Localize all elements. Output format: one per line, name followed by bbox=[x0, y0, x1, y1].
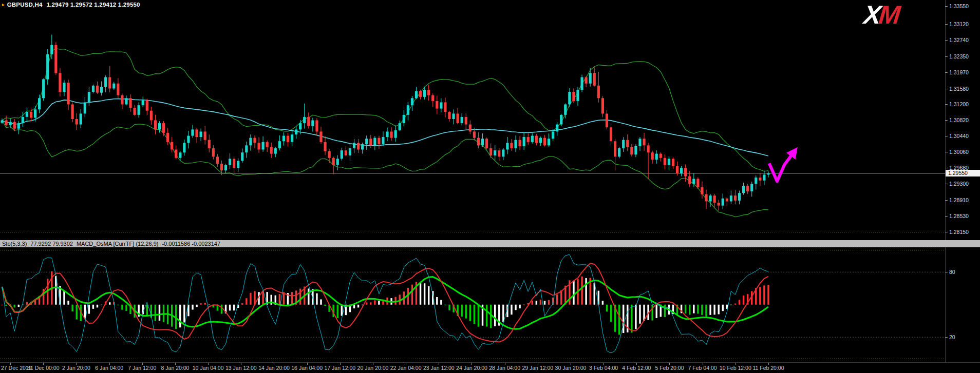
time-axis-label: 23 Jan 12:00 bbox=[423, 365, 455, 371]
time-axis-label: 30 Jan 20:00 bbox=[555, 365, 587, 371]
time-axis-tick bbox=[406, 363, 406, 365]
time-axis-label: 4 Feb 12:00 bbox=[622, 365, 651, 371]
time-axis-label: 10 Jan 04:00 bbox=[193, 365, 224, 371]
time-axis-tick bbox=[175, 363, 176, 365]
time-axis-label: 11 Feb 20:00 bbox=[752, 365, 784, 371]
time-axis[interactable]: 27 Dec 201931 Dec 00:002 Jan 20:006 Jan … bbox=[0, 362, 980, 373]
time-axis-tick bbox=[669, 363, 670, 365]
time-axis-tick bbox=[274, 363, 274, 365]
price-chart-pane[interactable]: ▸GBPUSD,H41.29479 1.29572 1.29412 1.2955… bbox=[0, 0, 980, 240]
time-axis-tick bbox=[439, 363, 439, 365]
time-axis-tick bbox=[505, 363, 505, 365]
time-axis-tick bbox=[571, 363, 571, 365]
time-axis-tick bbox=[340, 363, 341, 365]
time-axis-tick bbox=[142, 363, 143, 365]
time-axis-tick bbox=[636, 363, 637, 365]
ohlc-values: 1.29479 1.29572 1.29412 1.29550 bbox=[47, 2, 140, 8]
time-axis-tick bbox=[208, 363, 209, 365]
macd-values: -0.0011586 -0.0023147 bbox=[162, 241, 220, 247]
time-axis-tick bbox=[307, 363, 308, 365]
xm-logo: XM bbox=[862, 2, 899, 28]
time-axis-tick bbox=[472, 363, 472, 365]
time-axis-label: 29 Jan 12:00 bbox=[522, 365, 553, 371]
chart-ohlc-header: ▸GBPUSD,H41.29479 1.29572 1.29412 1.2955… bbox=[2, 2, 140, 8]
xm-logo-m: M bbox=[877, 1, 900, 29]
price-chart-canvas[interactable] bbox=[0, 0, 980, 240]
time-axis-tick bbox=[736, 363, 736, 365]
chart-marker-icon: ▸ bbox=[2, 2, 5, 7]
indicator-pane[interactable]: 8020 bbox=[0, 247, 980, 362]
trend-arrow-annotation[interactable] bbox=[769, 154, 793, 181]
time-axis-label: 7 Feb 04:00 bbox=[688, 365, 717, 371]
time-axis-label: 20 Jan 20:00 bbox=[357, 365, 389, 371]
time-axis-label: 13 Jan 12:00 bbox=[225, 365, 257, 371]
time-axis-tick bbox=[703, 363, 703, 365]
indicator-canvas[interactable] bbox=[0, 247, 980, 362]
time-axis-tick bbox=[768, 363, 769, 365]
time-axis-tick bbox=[10, 363, 11, 365]
time-axis-tick bbox=[43, 363, 44, 365]
trading-chart-window: ▸GBPUSD,H41.29479 1.29572 1.29412 1.2955… bbox=[0, 0, 980, 373]
time-axis-label: 28 Jan 04:00 bbox=[489, 365, 520, 371]
time-axis-tick bbox=[109, 363, 110, 365]
time-axis-label: 14 Jan 20:00 bbox=[258, 365, 290, 371]
time-axis-tick bbox=[241, 363, 241, 365]
time-axis-label: 3 Feb 04:00 bbox=[589, 365, 618, 371]
time-axis-label: 5 Feb 20:00 bbox=[655, 365, 684, 371]
time-axis-tick bbox=[538, 363, 538, 365]
current-price-label: 1.29550 bbox=[946, 170, 980, 176]
time-axis-tick bbox=[373, 363, 373, 365]
time-axis-label: 31 Dec 00:00 bbox=[27, 365, 59, 371]
macd-label: MACD_OsMA [CurrTF] (12,26,9) bbox=[77, 241, 159, 247]
time-axis-label: 22 Jan 04:00 bbox=[390, 365, 422, 371]
time-axis-label: 8 Jan 20:00 bbox=[161, 365, 190, 371]
time-axis-label: 10 Feb 12:00 bbox=[720, 365, 751, 371]
time-axis-label: 6 Jan 04:00 bbox=[95, 365, 123, 371]
time-axis-label: 2 Jan 20:00 bbox=[62, 365, 90, 371]
time-axis-tick bbox=[604, 363, 604, 365]
indicator-separator[interactable]: Sto(5,3,3)77.9292 79.9302MACD_OsMA [Curr… bbox=[0, 240, 980, 247]
time-axis-label: 17 Jan 12:00 bbox=[324, 365, 355, 371]
time-axis-label: 16 Jan 04:00 bbox=[291, 365, 323, 371]
time-axis-tick bbox=[76, 363, 77, 365]
time-axis-label: 24 Jan 20:00 bbox=[456, 365, 487, 371]
symbol-period-label: GBPUSD,H4 bbox=[7, 2, 43, 8]
stochastic-values: 77.9292 79.9302 bbox=[30, 241, 73, 247]
stochastic-label: Sto(5,3,3) bbox=[2, 241, 27, 247]
time-axis-label: 7 Jan 12:00 bbox=[128, 365, 156, 371]
